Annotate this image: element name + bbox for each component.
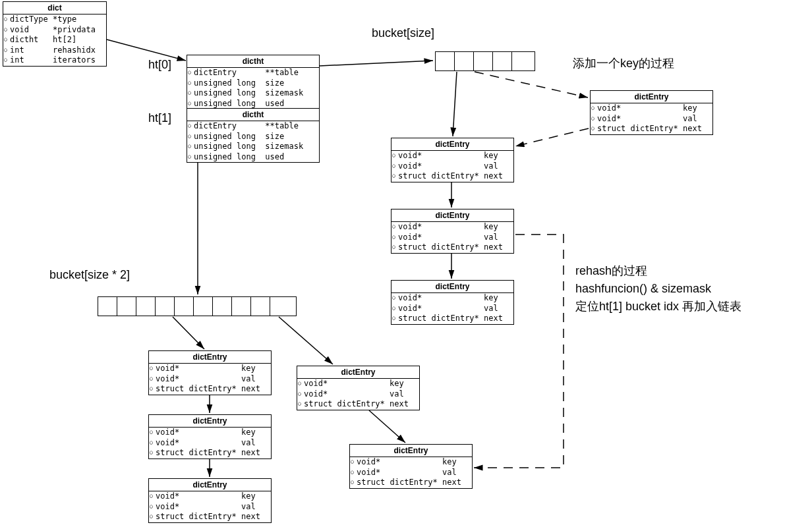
dictht1-box: dictht dictEntry **table unsigned long s… xyxy=(187,108,320,163)
bucket-cell xyxy=(98,297,117,316)
dict-title: dict xyxy=(3,2,106,14)
dictht0-box: dictht dictEntry **table unsigned long s… xyxy=(187,55,320,109)
entry-row: void* key xyxy=(297,379,419,389)
entry-row: void* val xyxy=(350,468,472,478)
bucket-cell xyxy=(493,52,512,70)
entry-row: struct dictEntry* next xyxy=(591,124,712,134)
entry-row: struct dictEntry* next xyxy=(392,242,513,253)
svg-line-11 xyxy=(279,317,333,364)
rehash-line2: hashfuncion() & sizemask xyxy=(575,280,741,298)
entry-row: void* key xyxy=(350,457,472,468)
entry-title: dictEntry xyxy=(297,366,419,379)
entry-l3: dictEntry void* key void* val struct dic… xyxy=(148,478,272,523)
dictht-row: unsigned long sizemask xyxy=(187,142,319,152)
entry-title: dictEntry xyxy=(591,91,712,103)
svg-line-0 xyxy=(107,40,186,61)
bucket-cell xyxy=(136,297,156,316)
entry-row: struct dictEntry* next xyxy=(149,384,271,395)
entry-row: void* val xyxy=(392,304,513,314)
entry-row: void* val xyxy=(149,502,271,513)
entry-top3: dictEntry void* key void* val struct dic… xyxy=(391,280,514,325)
rehash-label: rehash的过程 hashfuncion() & sizemask 定位ht[… xyxy=(575,262,741,316)
bucket-cell xyxy=(213,297,232,316)
bucket-cell xyxy=(512,52,531,70)
add-key-label: 添加一个key的过程 xyxy=(573,55,674,71)
bucket-cell xyxy=(156,297,175,316)
entry-row: struct dictEntry* next xyxy=(392,314,513,324)
entry-r2: dictEntry void* key void* val struct dic… xyxy=(349,444,473,489)
ht0-label: ht[0] xyxy=(148,58,171,72)
entry-row: void* key xyxy=(149,364,271,374)
entry-row: void* val xyxy=(297,389,419,400)
entry-row: struct dictEntry* next xyxy=(149,448,271,458)
entry-top1: dictEntry void* key void* val struct dic… xyxy=(391,138,514,182)
dict-row: int rehashidx xyxy=(3,45,106,56)
entry-title: dictEntry xyxy=(350,445,472,457)
bucket-cell xyxy=(251,297,270,316)
svg-line-6 xyxy=(515,128,589,146)
bucket-cell xyxy=(455,52,474,70)
entry-row: void* val xyxy=(392,161,513,172)
dictht-row: dictEntry **table xyxy=(187,68,319,78)
entry-row: void* key xyxy=(591,103,712,114)
bucket-size-label: bucket[size] xyxy=(372,26,434,40)
dictht-row: unsigned long size xyxy=(187,132,319,142)
dictht-row: unsigned long size xyxy=(187,78,319,89)
entry-row: struct dictEntry* next xyxy=(297,399,419,410)
entry-title: dictEntry xyxy=(392,209,513,222)
entry-row: void* key xyxy=(392,151,513,161)
bucket-size2-label: bucket[size * 2] xyxy=(49,268,130,282)
entry-top2: dictEntry void* key void* val struct dic… xyxy=(391,209,514,254)
entry-row: void* val xyxy=(149,438,271,449)
dictht-row: unsigned long sizemask xyxy=(187,88,319,99)
dictht-row: unsigned long used xyxy=(187,152,319,163)
entry-row: void* val xyxy=(591,114,712,125)
bucket-cell xyxy=(175,297,194,316)
entry-new: dictEntry void* key void* val struct dic… xyxy=(590,90,713,135)
dict-row: void *privdata xyxy=(3,25,106,36)
bucket-cell xyxy=(232,297,251,316)
entry-row: void* val xyxy=(149,374,271,385)
dictht0-title: dictht xyxy=(187,55,319,68)
entry-row: void* key xyxy=(149,491,271,502)
svg-line-2 xyxy=(453,72,457,136)
bucket-cell xyxy=(194,297,213,316)
bucket-cell xyxy=(474,52,493,70)
entry-row: void* key xyxy=(392,222,513,233)
dict-row: int iterators xyxy=(3,55,106,66)
rehash-line1: rehash的过程 xyxy=(575,262,741,280)
entry-row: void* val xyxy=(392,233,513,243)
dictht1-title: dictht xyxy=(187,109,319,121)
ht1-label: ht[1] xyxy=(148,111,171,125)
bucket-size-array xyxy=(435,51,535,71)
bucket-cell xyxy=(436,52,455,70)
svg-line-5 xyxy=(475,72,588,97)
entry-title: dictEntry xyxy=(392,281,513,293)
dict-box: dict dictType *type void *privdata dicth… xyxy=(3,1,107,67)
bucket-cell xyxy=(117,297,136,316)
dict-row: dictType *type xyxy=(3,14,106,25)
entry-title: dictEntry xyxy=(149,351,271,364)
entry-row: struct dictEntry* next xyxy=(350,478,472,488)
entry-title: dictEntry xyxy=(392,138,513,151)
entry-r1: dictEntry void* key void* val struct dic… xyxy=(297,366,420,410)
entry-row: void* key xyxy=(392,293,513,304)
entry-row: struct dictEntry* next xyxy=(149,512,271,522)
svg-line-12 xyxy=(369,410,405,443)
rehash-line3: 定位ht[1] bucket idx 再加入链表 xyxy=(575,298,741,316)
bucket-cell xyxy=(270,297,289,316)
svg-line-1 xyxy=(320,61,433,66)
svg-line-8 xyxy=(173,317,204,349)
entry-l2: dictEntry void* key void* val struct dic… xyxy=(148,414,272,459)
entry-title: dictEntry xyxy=(149,415,271,428)
entry-l1: dictEntry void* key void* val struct dic… xyxy=(148,350,272,395)
entry-row: struct dictEntry* next xyxy=(392,171,513,182)
dict-row: dictht ht[2] xyxy=(3,35,106,45)
entry-title: dictEntry xyxy=(149,479,271,491)
entry-row: void* key xyxy=(149,428,271,438)
bucket-size2-array xyxy=(98,296,297,316)
dictht-row: dictEntry **table xyxy=(187,121,319,132)
